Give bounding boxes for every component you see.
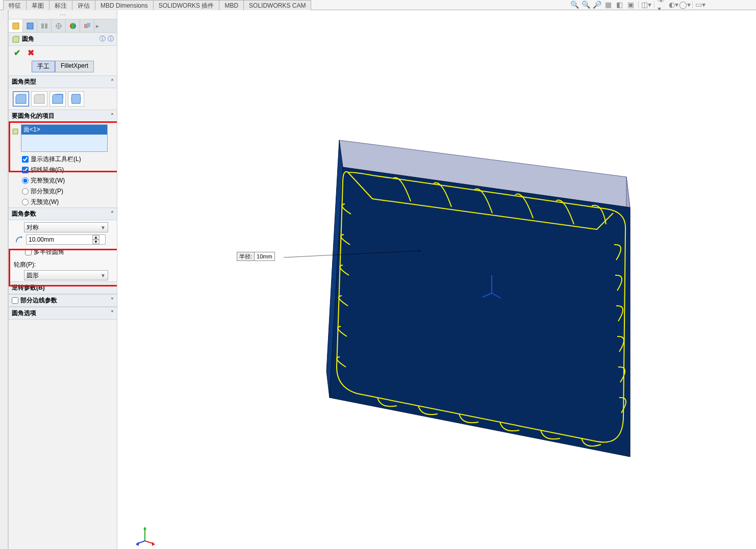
svg-point-11: [21, 236, 22, 238]
tab-mbd[interactable]: MBD: [219, 0, 244, 10]
svg-marker-26: [136, 542, 139, 546]
radius-callout-value[interactable]: 10mm: [255, 252, 275, 261]
svg-marker-14: [330, 167, 630, 457]
section-icon[interactable]: ▦: [603, 0, 613, 9]
face-select-icon: [12, 127, 20, 136]
show-toolbar-label: 显示选择工具栏(L): [31, 155, 81, 164]
profile-dropdown[interactable]: 圆形 ▼: [24, 270, 108, 280]
pm-tab-more[interactable]: ▸: [94, 19, 100, 32]
display-style-icon[interactable]: 👁▾: [658, 0, 667, 9]
pm-tab-display-manager[interactable]: [66, 19, 80, 32]
section-fillet-params[interactable]: 圆角参数 ˄: [9, 207, 117, 220]
fillet-type-constant[interactable]: [13, 91, 29, 107]
pm-help-more[interactable]: ⓘ: [108, 35, 114, 42]
pm-title: 圆角: [22, 35, 99, 43]
graphics-viewport[interactable]: [117, 10, 756, 549]
fillet-icon: [12, 35, 20, 43]
pm-tab-config-manager[interactable]: [37, 19, 52, 32]
spin-up[interactable]: ▲: [92, 235, 99, 240]
zoom-fit-icon[interactable]: 🔍: [570, 0, 579, 9]
pm-tab-cam[interactable]: [80, 19, 94, 32]
hide-show-icon[interactable]: ◐▾: [669, 0, 678, 9]
view-orient-icon[interactable]: ◫▾: [642, 0, 651, 9]
svg-rect-2: [41, 23, 44, 29]
section-fillet-items[interactable]: 要圆角化的项目 ˄: [9, 110, 117, 122]
svg-point-7: [70, 23, 76, 29]
zoom-area-icon[interactable]: 🔍: [581, 0, 590, 9]
chevron-up-icon: ˄: [111, 113, 114, 120]
opt-full-preview[interactable]: 完整预览(W): [9, 175, 117, 186]
pm-help-icon[interactable]: ⓘⓘ: [99, 35, 114, 43]
tab-sketch[interactable]: 草图: [26, 0, 49, 10]
tab-mbd-dim[interactable]: MBD Dimensions: [95, 0, 154, 10]
section-partial-edge[interactable]: 部分边线参数 ˅: [9, 294, 117, 307]
chevron-down-icon: ▼: [100, 273, 106, 278]
multi-radius-checkbox[interactable]: [25, 249, 32, 255]
selection-item[interactable]: 面<1>: [21, 125, 107, 135]
opt-show-toolbar[interactable]: 显示选择工具栏(L): [9, 154, 117, 165]
section-reverse[interactable]: 逆转参数(B) ˅: [9, 281, 117, 294]
partial-preview-radio[interactable]: [22, 188, 29, 195]
tab-sw-addins[interactable]: SOLIDWORKS 插件: [153, 0, 220, 10]
tangent-checkbox[interactable]: [22, 167, 29, 173]
view-triad: [135, 526, 155, 546]
svg-rect-3: [45, 23, 47, 29]
section-fillet-type-label: 圆角类型: [12, 77, 36, 86]
tab-evaluate[interactable]: 评估: [72, 0, 95, 10]
profile-label: 轮廓(P):: [14, 260, 113, 269]
toolbar-separator: [654, 1, 654, 8]
selection-list[interactable]: 面<1>: [21, 124, 108, 152]
pm-confirm-row: ✔ ✖: [9, 46, 117, 60]
selection-empty: [21, 135, 107, 144]
section-options-label: 圆角选项: [12, 309, 36, 318]
fillet-type-face[interactable]: [49, 91, 66, 107]
shadow-icon[interactable]: ◧: [615, 0, 624, 9]
pm-tab-dimxpert[interactable]: [52, 19, 66, 32]
radius-spinner[interactable]: ▲▼: [92, 235, 99, 244]
task-pane-strip[interactable]: ⋮: [0, 10, 8, 549]
section-fillet-items-label: 要圆角化的项目: [12, 112, 55, 120]
pm-title-bar: 圆角 ⓘⓘ: [9, 33, 117, 46]
chevron-down-icon: ˅: [111, 310, 114, 317]
symmetry-dropdown[interactable]: 对称 ▼: [24, 222, 108, 232]
section-fillet-type[interactable]: 圆角类型 ˄: [9, 75, 117, 88]
appearance-icon[interactable]: ◯▾: [680, 0, 689, 9]
view-toolbar: 🔍 🔍 🔎 ▦ ◧ ▣ ◫▾ 👁▾ ◐▾ ◯▾ ▭▾: [570, 0, 705, 9]
radius-callout[interactable]: 半径: 10mm: [237, 252, 275, 261]
radius-row: ▲▼: [15, 234, 113, 245]
manual-mode-button[interactable]: 手工: [32, 61, 55, 72]
profile-value: 圆形: [27, 271, 39, 280]
multi-radius-label: 多半径圆角: [34, 248, 64, 256]
perspective-icon[interactable]: ▣: [626, 0, 635, 9]
svg-marker-22: [143, 527, 146, 530]
pm-tab-feature-manager[interactable]: [9, 19, 23, 32]
opt-part-preview[interactable]: 部分预览(P): [9, 186, 117, 197]
partial-edge-checkbox[interactable]: [12, 297, 18, 304]
tab-sw-cam[interactable]: SOLIDWORKS CAM: [243, 0, 311, 10]
spin-down[interactable]: ▼: [92, 240, 99, 244]
tab-annotate[interactable]: 标注: [49, 0, 72, 10]
no-preview-label: 无预览(W): [31, 198, 59, 206]
zoom-prev-icon[interactable]: 🔎: [592, 0, 601, 9]
pm-handle[interactable]: ⋯: [9, 10, 117, 19]
scene-icon[interactable]: ▭▾: [696, 0, 705, 9]
no-preview-radio[interactable]: [22, 199, 29, 205]
full-preview-label: 完整预览(W): [31, 176, 65, 185]
chevron-down-icon: ˅: [111, 284, 114, 292]
filletxpert-button[interactable]: FilletXpert: [55, 61, 94, 72]
fillet-type-variable[interactable]: [31, 91, 47, 107]
fillet-type-full[interactable]: [68, 91, 84, 107]
pm-tab-property-manager[interactable]: [23, 19, 37, 32]
property-manager: ⋯ ▸ 圆角 ⓘⓘ ✔ ✖ 手工 FilletXpert 圆角类型 ˄: [8, 10, 117, 549]
full-preview-radio[interactable]: [22, 177, 29, 184]
ok-button[interactable]: ✔: [14, 48, 20, 58]
show-toolbar-checkbox[interactable]: [22, 156, 29, 163]
section-options[interactable]: 圆角选项 ˅: [9, 307, 117, 320]
opt-tangent[interactable]: 切线延伸(G): [9, 165, 117, 175]
pm-tab-row: ▸: [9, 19, 117, 33]
symmetry-value: 对称: [27, 223, 39, 232]
opt-no-preview[interactable]: 无预览(W): [9, 197, 117, 207]
tab-features[interactable]: 特征: [3, 0, 27, 10]
opt-multi-radius[interactable]: 多半径圆角: [13, 247, 113, 257]
cancel-button[interactable]: ✖: [28, 48, 34, 58]
